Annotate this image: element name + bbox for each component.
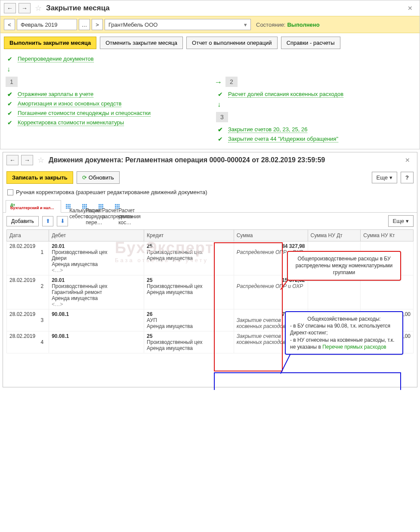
tab-2[interactable]: Расчет порядка пере… — [77, 200, 94, 212]
period-prev-button[interactable]: < — [4, 19, 15, 30]
register-tabs: ДтБухгалтерский и нал…Калькуляции себест… — [3, 200, 417, 213]
arrow-down-icon: ↓ — [214, 99, 221, 110]
operation-link[interactable]: Амортизация и износ основных средств — [18, 100, 121, 107]
references-button[interactable]: Справки - расчеты — [281, 37, 340, 49]
operation-link[interactable]: Закрытие счетов 20, 23, 25, 26 — [228, 126, 307, 133]
move-down-button[interactable]: ⬇ — [57, 216, 68, 226]
close-button[interactable]: ✕ — [404, 4, 416, 12]
add-row-button[interactable]: Добавить — [6, 216, 39, 226]
check-icon: ✔ — [6, 119, 13, 126]
state-value: Выполнено — [287, 22, 319, 28]
favorite-star-icon[interactable]: ☆ — [37, 155, 44, 165]
tab-0[interactable]: ДтБухгалтерский и нал… — [6, 200, 61, 213]
operation-link[interactable]: Отражение зарплаты в учете — [18, 91, 93, 98]
grid-toolbar: Добавить ⬆ ⬇ Еще ▾ — [3, 213, 417, 229]
check-icon: ✔ — [6, 100, 13, 107]
check-double-icon: ✔ — [6, 91, 13, 98]
col-sum[interactable]: Сумма — [234, 230, 308, 241]
close-button[interactable]: ✕ — [401, 156, 414, 164]
document-movements-window: ← → ☆ Движения документа: Регламентная о… — [3, 152, 417, 387]
grid-icon: Расчет порядка пере… — [82, 204, 87, 209]
grid-icon: Калькуляции себесто… — [66, 204, 71, 209]
operation-link[interactable]: Погашение стоимости спецодежды и спецосн… — [18, 110, 151, 117]
organization-value: ГрантМебель ООО — [108, 22, 158, 28]
more-dropdown[interactable]: Еще ▾ — [372, 172, 397, 183]
manual-edit-row: Ручная корректировка (разрешает редактир… — [3, 187, 417, 200]
manual-edit-checkbox[interactable] — [7, 189, 13, 195]
nav-forward-button[interactable]: → — [19, 3, 31, 13]
document-toolbar: Записать и закрыть ⟳ Обновить Еще ▾ ? — [3, 168, 417, 187]
chevron-down-icon: ▾ — [406, 218, 409, 224]
chevron-down-icon: ▾ — [389, 174, 392, 181]
stage-1-column: 1 ✔Отражение зарплаты в учете✔Амортизаци… — [4, 75, 206, 144]
check-icon: ✔ — [6, 56, 13, 62]
col-nu-dt[interactable]: Сумма НУ Дт — [308, 230, 361, 241]
col-credit[interactable]: Кредит — [144, 230, 234, 241]
period-field[interactable]: Февраль 2019 — [17, 19, 77, 30]
refresh-icon: ⟳ — [82, 174, 87, 181]
grid-wrapper: БухЭксперт База ответов по учету Дата Де… — [3, 229, 417, 357]
tab-1[interactable]: Калькуляции себесто… — [61, 200, 77, 212]
annotation-red-1: Общепроизводственные расходы в БУ распре… — [287, 251, 401, 281]
report-button[interactable]: Отчет о выполнении операций — [186, 37, 278, 49]
check-icon: ✔ — [217, 91, 224, 98]
refresh-button[interactable]: ⟳ Обновить — [77, 171, 120, 184]
grid-more-dropdown[interactable]: Еще ▾ — [388, 215, 414, 227]
month-close-window: ← → ☆ Закрытие месяца ✕ < Февраль 2019 …… — [0, 0, 420, 149]
save-and-close-button[interactable]: Записать и закрыть — [6, 171, 73, 184]
tab-4[interactable]: Расчет списания кос… — [110, 200, 127, 212]
nav-forward-button[interactable]: → — [21, 155, 33, 165]
title-bar: ← → ☆ Движения документа: Регламентная о… — [3, 152, 417, 168]
organization-field[interactable]: ГрантМебель ООО ▾ — [105, 19, 251, 30]
operation-link[interactable]: Расчет долей списания косвенных расходов — [228, 91, 343, 98]
run-closing-button[interactable]: Выполнить закрытие месяца — [4, 37, 96, 49]
manual-edit-label: Ручная корректировка (разрешает редактир… — [16, 189, 207, 195]
operations-area: ✔ Перепроведение документов ↓ 1 ✔Отражен… — [0, 53, 420, 149]
title-bar: ← → ☆ Закрытие месяца ✕ — [0, 0, 420, 16]
check-icon: ✔ — [217, 136, 224, 142]
col-nu-kt[interactable]: Сумма НУ Кт — [361, 230, 414, 241]
help-button[interactable]: ? — [401, 172, 414, 183]
grid-icon: Расчет списания кос… — [115, 204, 120, 209]
operation-link[interactable]: Перепроведение документов — [18, 56, 94, 62]
col-debit[interactable]: Дебет — [49, 230, 144, 241]
period-picker-button[interactable]: … — [79, 19, 90, 30]
stage-2-badge: 2 — [225, 77, 238, 87]
cancel-closing-button[interactable]: Отменить закрытие месяца — [100, 37, 183, 49]
arrow-right-icon: → — [214, 78, 222, 87]
state-label: Состояние: — [256, 22, 285, 28]
main-toolbar: Выполнить закрытие месяца Отменить закры… — [0, 33, 420, 53]
stage-2-3-column: → 2 ✔ Расчет долей списания косвенных ра… — [214, 75, 416, 144]
operation-link[interactable]: Корректировка стоимости номенклатуры — [18, 119, 124, 126]
period-bar: < Февраль 2019 … > ГрантМебель ООО ▾ Сос… — [0, 16, 420, 33]
check-double-icon: ✔ — [217, 126, 224, 133]
grid-icon: Расчет распределен… — [99, 204, 103, 209]
favorite-star-icon[interactable]: ☆ — [35, 3, 42, 13]
window-title: Закрытие месяца — [46, 4, 110, 12]
tab-3[interactable]: Расчет распределен… — [94, 200, 110, 212]
stage-3-badge: 3 — [216, 112, 228, 122]
annotation-blue: Общехозяйственные расходы: - в БУ списан… — [285, 311, 403, 355]
stage-1-badge: 1 — [6, 77, 18, 87]
period-next-button[interactable]: > — [92, 19, 103, 30]
move-up-button[interactable]: ⬆ — [42, 216, 53, 226]
dtkt-icon: ДтБухгалтерский и нал… — [10, 204, 54, 210]
col-date[interactable]: Дата — [7, 230, 49, 241]
nav-back-button[interactable]: ← — [6, 155, 19, 165]
check-icon: ✔ — [6, 110, 13, 117]
nav-back-button[interactable]: ← — [4, 3, 16, 13]
window-title: Движения документа: Регламентная операци… — [49, 156, 325, 164]
arrow-down-icon: ↓ — [4, 64, 11, 75]
operation-link[interactable]: Закрытие счета 44 "Издержки обращения" — [228, 136, 338, 142]
